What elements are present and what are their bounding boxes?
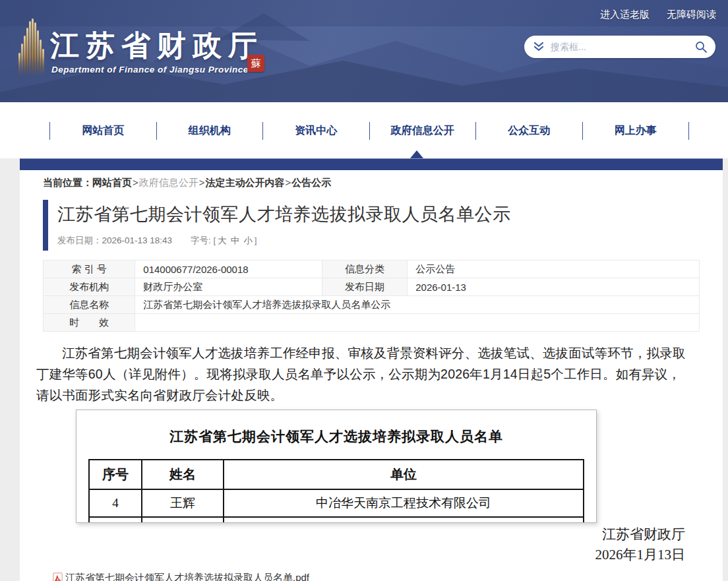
fontsize-small-button[interactable]: 小 xyxy=(243,235,253,245)
cell-empty xyxy=(224,517,584,523)
admitted-list-table: 序号 姓名 单位 4 王辉 中冶华天南京工程技术有限公司 xyxy=(88,459,584,523)
main-nav: 网站首页 组织机构 资讯中心 政府信息公开 公众互动 网上办事 xyxy=(0,102,728,158)
site-title-english: Department of Finance of Jiangsu Provinc… xyxy=(51,65,249,75)
meta-label-validity: 时 效 xyxy=(44,314,135,332)
meta-label-index-no: 索 引 号 xyxy=(44,260,135,278)
nav-item-gov-info[interactable]: 政府信息公开 xyxy=(369,122,476,140)
site-header: 江苏省财政厅 Department of Finance of Jiangsu … xyxy=(0,0,728,102)
table-row: 信息名称 江苏省第七期会计领军人才培养选拔拟录取人员名单公示 xyxy=(44,296,700,314)
breadcrumb-label: 当前位置： xyxy=(43,177,92,188)
article-body-paragraph: 江苏省第七期会计领军人才选拔培养工作经申报、审核及背景资料评分、选拔笔试、选拔面… xyxy=(36,342,693,406)
table-row: 发布机构 财政厅办公室 发布日期 2026-01-13 xyxy=(44,278,700,296)
table-header-row: 序号 姓名 单位 xyxy=(89,460,584,489)
fontsize-medium-button[interactable]: 中 xyxy=(231,235,240,245)
cell-seq: 4 xyxy=(89,489,142,517)
document-meta-table: 索 引 号 014000677/2026-00018 信息分类 公示公告 发布机… xyxy=(43,260,700,332)
elder-version-link[interactable]: 进入适老版 xyxy=(600,9,650,21)
table-row-cutoff xyxy=(89,517,584,523)
meta-value-publisher: 财政厅办公室 xyxy=(135,278,322,296)
col-header-seq: 序号 xyxy=(89,460,142,489)
breadcrumb-item-statutory-disclosure[interactable]: 法定主动公开内容 xyxy=(206,177,285,188)
chevron-double-down-icon[interactable] xyxy=(532,40,545,53)
fontsize-large-button[interactable]: 大 xyxy=(218,235,227,245)
nav-item-organization[interactable]: 组织机构 xyxy=(156,122,263,140)
nav-item-interaction[interactable]: 公众互动 xyxy=(475,122,582,140)
breadcrumb-separator: > xyxy=(286,177,291,188)
table-row: 4 王辉 中冶华天南京工程技术有限公司 xyxy=(89,489,584,517)
meta-value-validity xyxy=(135,314,700,332)
signature-date: 2026年1月13日 xyxy=(43,545,685,565)
search-box[interactable] xyxy=(524,36,715,58)
publish-datetime: 2026-01-13 18:43 xyxy=(102,235,173,245)
article-meta: 发布日期：2026-01-13 18:43字号: [大中小] xyxy=(57,235,700,247)
col-header-employer: 单位 xyxy=(224,460,584,489)
jiangsu-seal-icon: 蘇 xyxy=(247,55,264,72)
site-title: 江苏省财政厅 xyxy=(50,26,264,65)
embedded-list-image: 江苏省第七期会计领军人才选拔培养拟录取人员名单 序号 姓名 单位 4 王辉 中冶… xyxy=(76,410,597,523)
breadcrumb-separator: > xyxy=(199,177,205,188)
breadcrumb-separator: > xyxy=(133,177,138,188)
meta-label-category: 信息分类 xyxy=(322,260,407,278)
table-row: 索 引 号 014000677/2026-00018 信息分类 公示公告 xyxy=(44,260,700,278)
article-container: 当前位置：网站首页>政府信息公开>法定主动公开内容>公告公示 江苏省第七期会计领… xyxy=(20,158,723,581)
meta-label-info-name: 信息名称 xyxy=(44,296,135,314)
signature-block: 江苏省财政厅 2026年1月13日 xyxy=(43,524,700,565)
nav-item-home[interactable]: 网站首页 xyxy=(49,122,156,140)
left-gutter xyxy=(0,158,20,581)
meta-value-index-no: 014000677/2026-00018 xyxy=(135,260,322,278)
publish-date-label: 发布日期： xyxy=(57,235,102,245)
col-header-name: 姓名 xyxy=(142,460,224,489)
fontsize-label: 字号: [ xyxy=(191,235,216,245)
breadcrumb-item-home[interactable]: 网站首页 xyxy=(92,177,132,188)
department-logo-icon xyxy=(18,17,46,78)
article-header: 江苏省第七期会计领军人才培养选拔拟录取人员名单公示 发布日期：2026-01-1… xyxy=(43,200,700,251)
meta-value-category: 公示公告 xyxy=(408,260,700,278)
nav-item-online-services[interactable]: 网上办事 xyxy=(582,122,689,140)
breadcrumb-item-announcements[interactable]: 公告公示 xyxy=(291,177,331,188)
cell-name: 王辉 xyxy=(142,489,224,517)
table-row: 时 效 xyxy=(44,314,700,332)
fontsize-label-close: ] xyxy=(255,235,257,245)
meta-label-publisher: 发布机构 xyxy=(44,278,135,296)
meta-value-info-name: 江苏省第七期会计领军人才培养选拔拟录取人员名单公示 xyxy=(135,296,700,314)
attachment-link[interactable]: 江苏省第七期会计领军人才培养选拔拟录取人员名单.pdf xyxy=(53,572,700,581)
breadcrumb: 当前位置：网站首页>政府信息公开>法定主动公开内容>公告公示 xyxy=(43,177,700,189)
right-gutter xyxy=(723,158,728,581)
page: 江苏省财政厅 Department of Finance of Jiangsu … xyxy=(0,0,728,581)
meta-value-pubdate: 2026-01-13 xyxy=(408,278,700,296)
accessibility-link[interactable]: 无障碍阅读 xyxy=(667,9,716,21)
search-icon[interactable] xyxy=(694,40,708,53)
pdf-file-icon xyxy=(53,572,63,581)
cell-empty xyxy=(142,517,224,523)
active-nav-indicator-icon xyxy=(410,150,423,158)
attachment-filename: 江苏省第七期会计领军人才培养选拔拟录取人员名单.pdf xyxy=(65,572,309,581)
cell-empty xyxy=(89,517,142,523)
cell-employer: 中冶华天南京工程技术有限公司 xyxy=(224,489,584,517)
section-divider-bar xyxy=(20,158,723,170)
embedded-doc-title: 江苏省第七期会计领军人才选拔培养拟录取人员名单 xyxy=(76,427,596,446)
search-input[interactable] xyxy=(545,42,694,52)
meta-label-pubdate: 发布日期 xyxy=(322,278,407,296)
nav-item-news[interactable]: 资讯中心 xyxy=(262,122,369,140)
breadcrumb-item-gov-info[interactable]: 政府信息公开 xyxy=(139,177,198,188)
page-title: 江苏省第七期会计领军人才培养选拔拟录取人员名单公示 xyxy=(57,202,700,226)
signature-org: 江苏省财政厅 xyxy=(43,524,685,545)
